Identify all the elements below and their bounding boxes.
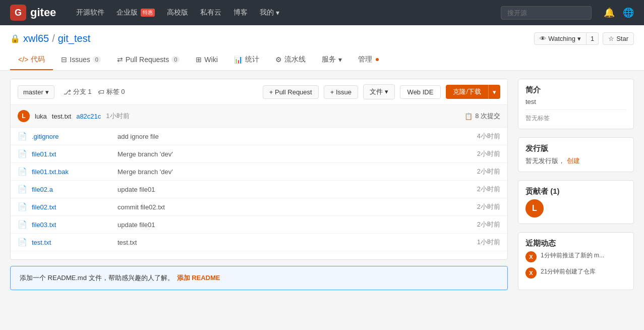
- watch-count: 1: [587, 32, 599, 45]
- activity-text: 21分钟前创建了仓库: [541, 267, 596, 276]
- contributors-title: 贡献者 (1): [525, 187, 626, 196]
- nav-blog[interactable]: 博客: [233, 8, 248, 17]
- issues-icon: ⊟: [61, 56, 67, 64]
- repo-name-link[interactable]: git_test: [58, 33, 90, 44]
- activity-item: X 21分钟前创建了仓库: [525, 267, 626, 279]
- webide-button[interactable]: Web IDE: [400, 85, 441, 99]
- clone-dropdown-button[interactable]: ▾: [488, 85, 500, 99]
- file-name[interactable]: file01.txt: [32, 150, 112, 158]
- star-button[interactable]: ☆ Star: [603, 32, 634, 45]
- issue-button[interactable]: + Issue: [324, 85, 358, 99]
- file-dropdown-icon: ▾: [385, 88, 388, 95]
- nav-mine[interactable]: 我的 ▾: [260, 8, 279, 17]
- activity-text: 1分钟前推送了新的 m...: [541, 251, 604, 260]
- commit-count[interactable]: 📋 8 次提交: [464, 112, 500, 121]
- file-list: 📄 .gitignore add ignore file 4小时前 📄 file…: [11, 128, 507, 251]
- file-name[interactable]: test.txt: [32, 239, 112, 246]
- pipeline-icon: ⚙: [275, 56, 282, 64]
- service-dropdown-icon: ▾: [338, 56, 342, 64]
- commit-message: test.txt: [52, 113, 71, 120]
- create-release-link[interactable]: 创建: [567, 157, 580, 164]
- repo-header: 🔒 xwl65 / git_test 👁 Watching ▾ 1 ☆ Star: [0, 25, 644, 71]
- bell-icon[interactable]: 🔔: [604, 7, 615, 18]
- main-content: master ▾ ⎇ 分支 1 🏷 标签 0 + Pull Request + …: [0, 71, 644, 298]
- clone-button[interactable]: 克隆/下载: [446, 85, 488, 99]
- tab-pipeline[interactable]: ⚙ 流水线: [267, 50, 314, 70]
- file-name[interactable]: file01.txt.bak: [32, 168, 112, 176]
- branch-count: ⎇ 分支 1: [64, 87, 92, 96]
- file-toolbar: master ▾ ⎇ 分支 1 🏷 标签 0 + Pull Request + …: [11, 79, 507, 105]
- table-row: 📄 file01.txt Merge branch 'dev' 2小时前: [11, 145, 507, 163]
- tab-manage[interactable]: 管理: [350, 50, 387, 70]
- enterprise-badge: 特惠: [141, 9, 155, 17]
- eye-icon: 👁: [540, 35, 546, 42]
- issues-badge: 0: [93, 56, 101, 63]
- tab-service[interactable]: 服务 ▾: [314, 50, 350, 70]
- file-icon: 📄: [18, 149, 27, 158]
- tag-icon: 🏷: [98, 88, 104, 96]
- file-icon: 📄: [18, 185, 27, 194]
- tab-issues[interactable]: ⊟ Issues 0: [53, 50, 109, 70]
- table-row: 📄 file02.txt commit file02.txt 2小时前: [11, 198, 507, 216]
- file-commit: Merge branch 'dev': [118, 168, 472, 176]
- stats-icon: 📊: [234, 56, 243, 64]
- activity-avatar: X: [525, 251, 537, 262]
- table-row: 📄 file01.txt.bak Merge branch 'dev' 2小时前: [11, 163, 507, 181]
- file-name[interactable]: .gitignore: [32, 133, 112, 140]
- globe-icon[interactable]: 🌐: [623, 7, 634, 18]
- tag-count: 🏷 标签 0: [98, 87, 125, 96]
- nav-private[interactable]: 私有云: [200, 8, 221, 17]
- contributor-avatar[interactable]: L: [525, 199, 544, 217]
- file-commit: commit file02.txt: [118, 203, 472, 211]
- top-nav: G gitee 开源软件 企业版 特惠 高校版 私有云 博客 我的 ▾ 🔔 🌐: [0, 0, 644, 25]
- commit-author[interactable]: luka: [35, 113, 47, 120]
- file-name[interactable]: file02.txt: [32, 203, 112, 211]
- add-readme-link[interactable]: 添加 README: [177, 273, 220, 283]
- nav-campus[interactable]: 高校版: [167, 8, 188, 17]
- tab-stats[interactable]: 📊 统计: [226, 50, 267, 70]
- nav-enterprise[interactable]: 企业版 特惠: [116, 8, 155, 17]
- file-time: 4小时前: [477, 132, 500, 141]
- table-row: 📄 test.txt test.txt 1小时前: [11, 234, 507, 251]
- pull-request-button[interactable]: + Pull Request: [263, 85, 319, 99]
- table-row: 📄 .gitignore add ignore file 4小时前: [11, 128, 507, 145]
- intro-text: test: [525, 98, 626, 105]
- file-time: 2小时前: [477, 202, 500, 211]
- repo-owner-link[interactable]: xwl65: [23, 33, 49, 44]
- commit-hash[interactable]: a82c21c: [76, 113, 101, 120]
- file-button[interactable]: 文件 ▾: [363, 84, 395, 99]
- file-icon: 📄: [18, 202, 27, 211]
- mine-dropdown-icon: ▾: [276, 9, 279, 17]
- commit-row: L luka test.txt a82c21c 1小时前 📋 8 次提交: [11, 105, 507, 128]
- tab-pullrequests[interactable]: ⇄ Pull Requests 0: [109, 50, 188, 70]
- table-row: 📄 file02.a update file01 2小时前: [11, 181, 507, 198]
- file-icon: 📄: [18, 132, 27, 141]
- nav-open-source[interactable]: 开源软件: [76, 8, 104, 17]
- logo-icon: G: [10, 5, 26, 21]
- watch-button[interactable]: 👁 Watching ▾: [534, 32, 587, 45]
- commit-time: 1小时前: [106, 112, 129, 121]
- commit-icon: 📋: [464, 113, 473, 120]
- logo[interactable]: G gitee: [10, 5, 56, 21]
- search-input[interactable]: [501, 6, 592, 20]
- file-time: 1小时前: [477, 238, 500, 247]
- pr-badge: 0: [171, 56, 180, 63]
- tab-wiki[interactable]: ⊞ Wiki: [188, 50, 225, 70]
- intro-title: 简介: [525, 85, 626, 95]
- repo-actions: 👁 Watching ▾ 1 ☆ Star: [534, 32, 634, 45]
- repo-tabs: </> 代码 ⊟ Issues 0 ⇄ Pull Requests 0 ⊞ Wi…: [10, 50, 634, 70]
- logo-text: gitee: [30, 6, 56, 19]
- repo-separator: /: [52, 33, 55, 44]
- branch-selector[interactable]: master ▾: [18, 85, 54, 99]
- star-icon: ☆: [608, 35, 614, 42]
- recent-title: 近期动态: [525, 239, 626, 248]
- sidebar-intro: 简介 test 暂无标签: [518, 79, 634, 129]
- file-commit: test.txt: [118, 239, 472, 246]
- watch-dropdown-icon: ▾: [577, 35, 581, 42]
- file-name[interactable]: file03.txt: [32, 221, 112, 229]
- file-time: 2小时前: [477, 220, 500, 229]
- tab-code[interactable]: </> 代码: [10, 50, 53, 70]
- file-commit: Merge branch 'dev': [118, 150, 472, 158]
- file-name[interactable]: file02.a: [32, 186, 112, 193]
- commit-avatar: L: [18, 110, 30, 122]
